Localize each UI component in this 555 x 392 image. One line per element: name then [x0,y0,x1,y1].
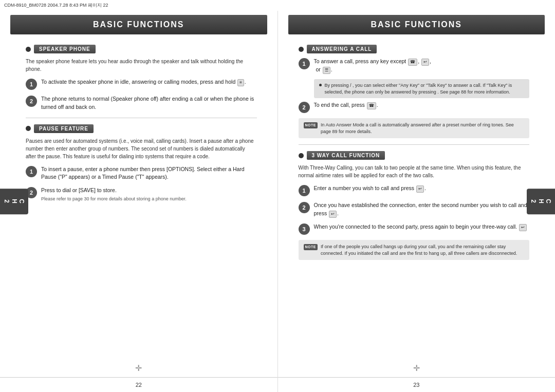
three-way-step-num-2: 2 [299,202,310,213]
back-key: ↩ [421,59,429,66]
three-way-intro: With Three-Way Calling, you can talk to … [299,164,530,179]
section-dot [26,47,31,52]
pause-step-1-text: To insert a pause, enter a phone number … [41,165,257,182]
pause-feature-title: PAUSE FEATURE [34,124,94,133]
right-page-title: BASIC FUNCTIONS [288,15,545,34]
bullet-dot [319,84,322,86]
right-page-number: 23 [278,377,556,392]
answer-step-2: 2 To end the call, press ☎. [299,101,530,113]
answer-step-2-text: To end the call, press ☎. [314,101,530,109]
end-key: ☎ [408,59,417,66]
three-way-note-box: NOTE If one of the people you called han… [299,240,530,260]
call-key-2: ↩ [329,211,337,218]
left-page-content: SPEAKER PHONE The speaker phone feature … [0,39,278,357]
right-page-content: ANSWERING A CALL 1 To answer a call, pre… [278,39,556,357]
answer-step-num-1: 1 [299,58,310,69]
section-dot-2 [26,126,31,131]
three-way-header: 3 WAY CALL FUNCTION [299,151,530,160]
answer-step-1: 1 To answer a call, press any key except… [299,58,530,74]
call-key-3: ↩ [519,224,527,231]
three-way-step-2-text: Once you have established the connection… [314,201,530,218]
step-number-2: 2 [26,96,37,107]
section-dot-3 [299,47,304,52]
chapter-tab-left: C H 2 [0,189,28,214]
answering-call-section: ANSWERING A CALL 1 To answer a call, pre… [299,45,530,138]
speaker-step-2: 2 The phone returns to normal (Speaker p… [26,95,257,111]
answering-call-title: ANSWERING A CALL [307,45,377,53]
pause-step-1: 1 To insert a pause, enter a phone numbe… [26,165,257,182]
section-dot-4 [299,153,304,158]
pause-step-num-1: 1 [26,166,37,177]
pause-feature-header: PAUSE FEATURE [26,124,257,133]
answering-note-box: NOTE In Auto Answer Mode a call is autom… [299,118,530,138]
answer-step-num-2: 2 [299,102,310,113]
answering-call-header: ANSWERING A CALL [299,45,530,53]
speaker-step-2-text: The phone returns to normal (Speaker pho… [41,95,257,111]
speaker-phone-header: SPEAKER PHONE [26,45,257,53]
three-way-title: 3 WAY CALL FUNCTION [307,151,385,160]
three-way-step-1: 1 Enter a number you wish to call and pr… [299,184,530,196]
left-page: BASIC FUNCTIONS C H 2 SPEAKER PHONE The … [0,11,278,392]
three-way-step-2: 2 Once you have established the connecti… [299,201,530,218]
speaker-step-1-text: To activate the speaker phone in idle, a… [41,78,257,86]
speaker-phone-intro: The speaker phone feature lets you hear … [26,58,257,73]
top-bar: CDM-8910_BM0728 2004.7.28 8:43 PM 페이지 22 [0,0,555,11]
call-key-1: ↩ [416,185,424,193]
three-way-step-3-text: When you're connected to the second part… [314,223,530,231]
pause-feature-intro: Pauses are used for automated systems (i… [26,137,257,160]
top-bar-text: CDM-8910_BM0728 2004.7.28 8:43 PM 페이지 22 [4,3,108,8]
left-page-title: BASIC FUNCTIONS [10,15,267,34]
answer-bullet-note: By pressing / , you can select either "A… [314,79,530,98]
menu-key: ☰ [323,67,330,74]
step-number-1: 1 [26,79,37,90]
chapter-tab-right: C H 2 [527,189,555,214]
speaker-step-1: 1 To activate the speaker phone in idle,… [26,78,257,90]
three-way-step-3: 3 When you're connected to the second pa… [299,223,530,235]
three-way-step-1-text: Enter a number you wish to call and pres… [314,184,530,193]
hold-key-icon: ≡ [237,79,244,86]
end-call-key: ☎ [367,102,376,109]
three-way-step-num-3: 3 [299,223,310,235]
three-way-section: 3 WAY CALL FUNCTION With Three-Way Calli… [299,151,530,260]
speaker-phone-section: SPEAKER PHONE The speaker phone feature … [26,45,257,111]
pause-step-2-text: Press to dial or [SAVE] to store. Please… [41,186,257,203]
speaker-phone-title: SPEAKER PHONE [34,45,96,53]
left-page-number: 22 [0,377,278,392]
pause-step-2: 2 Press to dial or [SAVE] to store. Plea… [26,186,257,203]
three-way-step-num-1: 1 [299,185,310,196]
note-label-2: NOTE [304,244,318,250]
note-label: NOTE [304,122,318,128]
right-page: BASIC FUNCTIONS C H 2 ANSWERING A CALL 1… [278,11,556,392]
answer-step-1-text: To answer a call, press any key except ☎… [314,58,530,74]
pause-feature-section: PAUSE FEATURE Pauses are used for automa… [26,124,257,203]
